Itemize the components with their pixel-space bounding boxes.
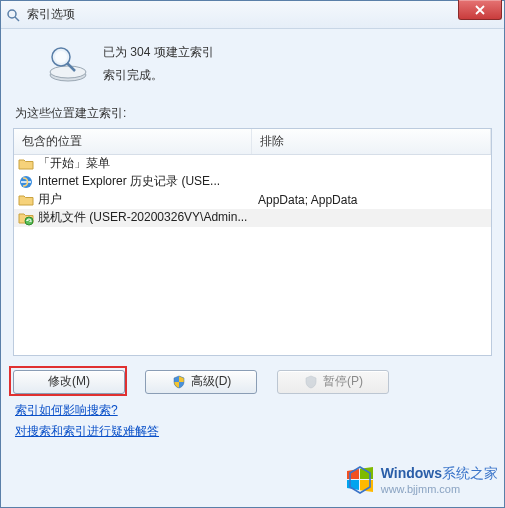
status-row: 已为 304 项建立索引 索引完成。 [47,41,494,87]
help-links: 索引如何影响搜索? 对搜索和索引进行疑难解答 [15,400,490,443]
watermark: Windows系统之家 www.bjjmm.com [345,465,498,495]
drive-magnifier-icon [47,43,89,85]
modify-button-label: 修改(M) [48,373,90,390]
pause-button-label: 暂停(P) [323,373,363,390]
offline-icon [18,210,34,226]
watermark-brand: Windows系统之家 [381,465,498,483]
locations-label: 为这些位置建立索引: [15,105,494,122]
pause-button: 暂停(P) [277,370,389,394]
list-item[interactable]: 用户AppData; AppData [14,191,491,209]
status-line-complete: 索引完成。 [103,64,214,87]
list-item[interactable]: 脱机文件 (USER-20200326VY\Admin... [14,209,491,227]
content-area: 已为 304 项建立索引 索引完成。 为这些位置建立索引: 包含的位置 排除 「… [1,29,504,507]
shield-icon [171,374,187,390]
window-title: 索引选项 [27,6,75,23]
advanced-button[interactable]: 高级(D) [145,370,257,394]
folder-icon [18,156,34,172]
modify-button[interactable]: 修改(M) [13,370,125,394]
list-body: 「开始」菜单Internet Explorer 历史记录 (USE...用户Ap… [14,155,491,355]
list-item-label: 用户 [38,191,62,208]
folder-icon [18,192,34,208]
ie-icon [18,174,34,190]
status-text: 已为 304 项建立索引 索引完成。 [103,41,214,87]
svg-point-3 [50,66,86,78]
list-item[interactable]: 「开始」菜单 [14,155,491,173]
close-icon [474,5,486,15]
column-header-exclude[interactable]: 排除 [252,129,491,154]
svg-point-5 [55,51,67,63]
close-button[interactable] [458,0,502,20]
status-line-items: 已为 304 项建立索引 [103,41,214,64]
locations-list: 包含的位置 排除 「开始」菜单Internet Explorer 历史记录 (U… [13,128,492,356]
windows-logo-icon [345,465,375,495]
list-item-label: 「开始」菜单 [38,155,110,172]
link-troubleshoot[interactable]: 对搜索和索引进行疑难解答 [15,424,159,438]
list-item-exclude: AppData; AppData [252,193,491,207]
svg-point-0 [8,10,16,18]
button-row: 修改(M) 高级(D) [13,370,492,394]
list-header: 包含的位置 排除 [14,129,491,155]
list-item[interactable]: Internet Explorer 历史记录 (USE... [14,173,491,191]
titlebar: 索引选项 [1,1,504,29]
link-how-affects-search[interactable]: 索引如何影响搜索? [15,403,118,417]
list-item-label: 脱机文件 (USER-20200326VY\Admin... [38,209,247,226]
list-item-label: Internet Explorer 历史记录 (USE... [38,173,220,190]
svg-marker-9 [350,467,370,493]
shield-icon [303,374,319,390]
svg-line-1 [15,17,19,21]
column-header-location[interactable]: 包含的位置 [14,129,252,154]
advanced-button-label: 高级(D) [191,373,232,390]
indexing-options-window: 索引选项 已为 304 项建立索引 索引完成。 为这些 [0,0,505,508]
search-icon [5,7,21,23]
svg-point-8 [25,217,33,225]
watermark-url: www.bjjmm.com [381,483,498,495]
